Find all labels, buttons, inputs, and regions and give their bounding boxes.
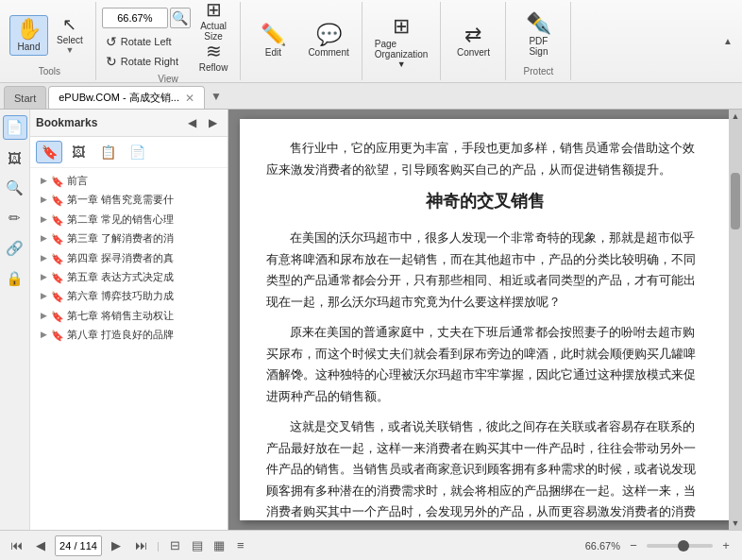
tab-document[interactable]: ePUBw.COM - 高成交销... ✕ [48,86,205,109]
bm-preface[interactable]: ▶ 🔖 前言 [32,172,226,191]
pdf-scrollbar[interactable]: ▲ ▼ [729,110,742,530]
view-facing-button[interactable]: ≡ [230,535,251,556]
bm-expand-icon: ▶ [36,310,51,322]
zoom-search-button[interactable]: 🔍 [170,8,191,28]
toolbar-collapse: ▲ [717,2,738,80]
page-org-dropdown-arrow: ▼ [397,59,406,69]
rotate-left-button[interactable]: ↺ Rotate Left [102,32,191,51]
rotate-right-button[interactable]: ↻ Rotate Right [102,52,191,71]
bm-text: 第一章 销售究竟需要什 [67,193,222,207]
bookmarks-tree: ▶ 🔖 前言 ▶ 🔖 第一章 销售究竟需要什 ▶ 🔖 第二章 常见的销售心理 ▶… [30,168,228,530]
zoom-slider-thumb [678,540,689,552]
bm-ch3[interactable]: ▶ 🔖 第三章 了解消费者的消 [32,229,226,248]
view-mode-icons: ⊟ ▤ ▦ ≡ [165,535,251,556]
protect-group-label: Protect [524,66,554,78]
nav-first-button[interactable]: ⏮ [6,535,26,556]
zoom-controls: 66.67% − + [585,535,736,556]
convert-button[interactable]: ⇄ Convert [447,21,499,61]
sidebar-icons-row: 🔖 🖼 📋 📄 [30,137,228,168]
tab-start[interactable]: Start [4,86,46,109]
toolbar-group-edit: ✏️ Edit 💬 Comment [241,2,362,80]
toolbar-group-tools: ✋ Hand ↖ Select ▼ Tools [4,2,96,80]
left-icon-security[interactable]: 🔒 [3,266,27,291]
left-icon-bookmarks[interactable]: 📄 [3,115,27,140]
scroll-arrow-down[interactable]: ▼ [729,517,742,530]
tools-group-label: Tools [39,66,60,78]
zoom-plus-button[interactable]: + [716,535,736,556]
bm-text: 第五章 表达方式决定成 [67,270,222,284]
sidebar-nav-prev[interactable]: ◀ [182,113,201,132]
pdf-heading: 神奇的交叉销售 [266,190,704,212]
hand-icon: ✋ [16,19,42,40]
nav-last-button[interactable]: ⏭ [130,535,151,556]
sidebar-icon-attachments[interactable]: 📄 [124,141,150,163]
bm-expand-icon: ▶ [36,232,51,245]
comment-button[interactable]: 💬 Comment [301,21,355,61]
page-org-icon: ⊞ [393,14,410,39]
sidebar-header-buttons: ◀ ▶ [182,113,222,132]
sidebar-icon-bookmarks[interactable]: 🔖 [36,141,62,163]
bm-ch1[interactable]: ▶ 🔖 第一章 销售究竟需要什 [32,191,226,210]
sidebar-title: Bookmarks [36,116,97,129]
nav-next-button[interactable]: ▶ [106,535,126,556]
pdf-sign-icon: ✒️ [526,13,551,34]
sidebar-icon-thumbnails[interactable]: 🖼 [65,141,92,163]
edit-button[interactable]: ✏️ Edit [246,21,299,61]
left-icon-search[interactable]: 🔍 [3,176,27,200]
toolbar-collapse-button[interactable]: ▲ [717,31,738,52]
bm-ch7[interactable]: ▶ 🔖 第七章 将销售主动权让 [32,307,226,326]
tab-close-button[interactable]: ✕ [185,93,194,104]
left-icon-attachments[interactable]: 🔗 [3,236,27,261]
sidebar-left-icons: 📄 🖼 🔍 ✏ 🔗 🔒 [0,110,30,530]
sidebar-header: Bookmarks ◀ ▶ [30,110,228,137]
pdf-sign-button[interactable]: ✒️ PDFSign [512,9,565,60]
view-continuous-button[interactable]: ▤ [187,535,208,556]
left-icon-thumbnails[interactable]: 🖼 [3,145,27,170]
bm-folder-icon: 🔖 [51,175,64,189]
toolbar-group-view: 🔍 ↺ Rotate Left ↻ Rotate Right ⊞ Actu [96,2,242,80]
bm-ch5[interactable]: ▶ 🔖 第五章 表达方式决定成 [32,268,226,287]
bm-expand-icon: ▶ [36,271,51,283]
tools-items: ✋ Hand ↖ Select ▼ [9,4,90,66]
rotate-left-icon: ↺ [106,34,117,49]
zoom-input[interactable] [102,8,168,28]
view-single-button[interactable]: ⊟ [165,535,186,556]
tab-bar: Start ePUBw.COM - 高成交销... ✕ ▼ [0,83,742,110]
bm-ch4[interactable]: ▶ 🔖 第四章 探寻消费者的真 [32,249,226,268]
nav-prev-button[interactable]: ◀ [30,535,51,556]
zoom-minus-button[interactable]: − [623,535,644,556]
bm-expand-icon: ▶ [36,329,51,341]
zoom-slider[interactable] [647,544,713,548]
sidebar-icon-layers[interactable]: 📋 [94,141,121,163]
bm-expand-icon: ▶ [36,213,51,226]
toolbar-group-page-org: ⊞ PageOrganization ▼ [363,2,442,80]
page-input[interactable] [55,535,102,556]
pdf-viewer[interactable]: 售行业中，它的应用更为丰富，手段也更加多样，销售员通常会借助这个效应来激发消费者… [228,110,742,530]
hand-button[interactable]: ✋ Hand [9,15,48,56]
bm-expand-icon: ▶ [36,290,51,302]
bm-text: 第四章 探寻消费者的真 [67,251,222,265]
toolbar-group-protect: ✒️ PDFSign Protect [506,2,571,80]
convert-icon: ⇄ [464,25,481,45]
reflow-icon: ≋ [206,42,222,60]
left-icon-comments[interactable]: ✏ [3,206,27,230]
select-button[interactable]: ↖ Select ▼ [50,12,90,59]
zoom-section: 🔍 ↺ Rotate Left ↻ Rotate Right [102,8,191,71]
tab-nav-more[interactable]: ▼ [207,88,226,105]
bm-folder-icon: 🔖 [51,329,64,343]
view-double-button[interactable]: ▦ [209,535,229,556]
actual-size-button[interactable]: ⊞ ActualSize [193,4,235,38]
scroll-thumb[interactable] [731,173,740,229]
bm-ch6[interactable]: ▶ 🔖 第六章 博弈技巧助力成 [32,287,226,306]
comment-icon: 💬 [316,25,342,45]
page-organization-button[interactable]: ⊞ PageOrganization ▼ [368,10,435,73]
bm-ch8[interactable]: ▶ 🔖 第八章 打造良好的品牌 [32,326,226,345]
bm-ch2[interactable]: ▶ 🔖 第二章 常见的销售心理 [32,211,226,229]
reflow-button[interactable]: ≋ Reflow [193,40,235,74]
bm-expand-icon: ▶ [36,252,51,264]
pdf-para-3: 这就是交叉销售，或者说关联销售，彼此之间存在关联或者容易存在联系的产品最好放在一… [266,416,704,520]
scroll-arrow-up[interactable]: ▲ [729,110,742,123]
sidebar: Bookmarks ◀ ▶ 🔖 🖼 📋 📄 ▶ 🔖 前言 ▶ 🔖 第一章 销售究… [30,110,228,530]
zoom-value-label: 66.67% [585,540,620,552]
sidebar-nav-next[interactable]: ▶ [203,113,222,132]
